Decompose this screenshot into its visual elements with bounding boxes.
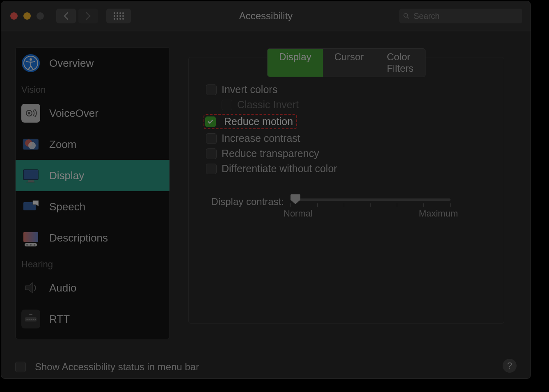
option-label: Increase contrast	[222, 132, 300, 144]
option-differentiate-without-color[interactable]: Differentiate without color	[206, 163, 479, 175]
checkbox-classic-invert	[222, 100, 232, 110]
audio-icon	[21, 278, 40, 297]
checkbox-reduce-motion[interactable]	[205, 116, 216, 127]
option-increase-contrast[interactable]: Increase contrast	[206, 132, 479, 144]
sidebar-section-hearing: Hearing	[16, 253, 169, 272]
svg-point-4	[114, 15, 115, 17]
sidebar-item-descriptions[interactable]: Descriptions	[16, 222, 169, 253]
checkbox-invert-colors[interactable]	[206, 84, 217, 95]
svg-point-1	[117, 12, 118, 14]
tab-color-filters[interactable]: Color Filters	[375, 49, 425, 77]
tab-bar: Display Cursor Color Filters	[267, 48, 425, 77]
svg-rect-22	[23, 170, 38, 180]
titlebar: Accessibility	[1, 1, 531, 31]
svg-point-8	[114, 18, 115, 20]
svg-point-21	[28, 142, 36, 149]
sidebar-item-display[interactable]: Display	[16, 160, 169, 191]
display-contrast-row: Display contrast: Normal Maximum	[206, 195, 479, 219]
window-controls	[10, 12, 44, 20]
svg-point-9	[117, 18, 118, 20]
option-classic-invert: Classic Invert	[222, 99, 479, 111]
zoom-icon	[21, 135, 40, 154]
svg-rect-23	[28, 180, 34, 182]
grid-icon	[113, 12, 124, 20]
svg-point-10	[119, 18, 121, 20]
display-panel: Display Cursor Color Filters Invert colo…	[188, 57, 504, 324]
show-status-label: Show Accessibility status in menu bar	[35, 361, 199, 373]
search-input[interactable]	[413, 11, 518, 21]
display-contrast-label: Display contrast:	[206, 195, 291, 207]
sidebar-item-speech[interactable]: Speech	[16, 191, 169, 222]
slider-thumb[interactable]	[291, 194, 300, 204]
forward-button[interactable]	[78, 9, 98, 23]
sidebar: Overview Vision VoiceOver Zoom Display	[15, 47, 170, 339]
speech-icon	[21, 197, 40, 216]
tab-display[interactable]: Display	[268, 49, 323, 77]
sidebar-item-voiceover[interactable]: VoiceOver	[16, 98, 169, 129]
svg-point-28	[26, 244, 28, 246]
slider-min-label: Normal	[284, 208, 313, 219]
help-icon: ?	[507, 360, 512, 371]
svg-point-3	[122, 12, 124, 14]
sidebar-item-overview[interactable]: Overview	[16, 48, 169, 79]
show-all-button[interactable]	[106, 9, 131, 23]
svg-point-34	[31, 319, 32, 320]
option-label: Classic Invert	[237, 99, 299, 111]
sidebar-item-label: Zoom	[49, 138, 169, 151]
sidebar-item-label: Speech	[49, 201, 169, 213]
slider-ticks	[291, 203, 451, 207]
window-body: Overview Vision VoiceOver Zoom Display	[1, 31, 531, 378]
sidebar-item-label: Audio	[49, 282, 169, 294]
display-contrast-slider[interactable]	[291, 198, 451, 201]
svg-line-13	[407, 17, 409, 18]
zoom-window-button[interactable]	[37, 12, 44, 20]
close-window-button[interactable]	[10, 12, 18, 20]
svg-point-5	[117, 15, 118, 17]
display-icon	[21, 166, 40, 185]
svg-point-0	[114, 12, 115, 14]
sidebar-item-rtt[interactable]: RTT	[16, 303, 169, 335]
chevron-left-icon	[63, 12, 69, 20]
preferences-window: Accessibility Overview Vision VoiceOver	[1, 1, 531, 379]
option-label: Reduce transparency	[222, 148, 319, 160]
svg-point-33	[29, 319, 30, 320]
help-button[interactable]: ?	[503, 359, 517, 373]
tab-cursor[interactable]: Cursor	[323, 49, 375, 77]
sidebar-item-label: RTT	[49, 313, 169, 326]
option-label: Reduce motion	[224, 116, 293, 128]
svg-point-18	[28, 112, 30, 114]
back-button[interactable]	[56, 9, 76, 23]
checkbox-increase-contrast[interactable]	[206, 133, 217, 144]
checkbox-show-status-menubar[interactable]	[15, 362, 26, 372]
svg-point-30	[34, 244, 35, 246]
option-reduce-transparency[interactable]: Reduce transparency	[206, 148, 479, 160]
option-label: Differentiate without color	[222, 163, 337, 175]
svg-point-11	[122, 18, 124, 20]
descriptions-icon	[21, 228, 40, 247]
svg-point-32	[27, 319, 28, 320]
sidebar-section-vision: Vision	[16, 79, 169, 98]
option-reduce-motion-highlight: Reduce motion	[204, 114, 297, 129]
search-field[interactable]	[399, 9, 522, 23]
display-contrast-slider-wrap: Normal Maximum	[291, 195, 479, 219]
sidebar-item-audio[interactable]: Audio	[16, 272, 169, 303]
svg-point-16	[30, 58, 32, 61]
svg-point-35	[33, 319, 34, 320]
option-label: Invert colors	[222, 84, 277, 96]
accessibility-icon	[21, 54, 40, 73]
svg-point-6	[119, 15, 121, 17]
sidebar-item-zoom[interactable]: Zoom	[16, 129, 169, 160]
sidebar-item-label: Descriptions	[49, 232, 169, 244]
minimize-window-button[interactable]	[23, 12, 31, 20]
option-invert-colors[interactable]: Invert colors	[206, 84, 479, 96]
rtt-icon	[21, 310, 40, 328]
voiceover-icon	[21, 104, 40, 123]
svg-point-36	[35, 319, 36, 320]
checkbox-reduce-transparency[interactable]	[206, 148, 217, 159]
svg-rect-24	[26, 182, 35, 182]
search-icon	[403, 12, 409, 20]
display-options: Invert colors Classic Invert Reduce moti…	[206, 80, 479, 219]
checkbox-differentiate-without-color[interactable]	[206, 164, 217, 174]
nav-buttons	[56, 9, 98, 23]
sidebar-item-label: VoiceOver	[49, 107, 169, 120]
